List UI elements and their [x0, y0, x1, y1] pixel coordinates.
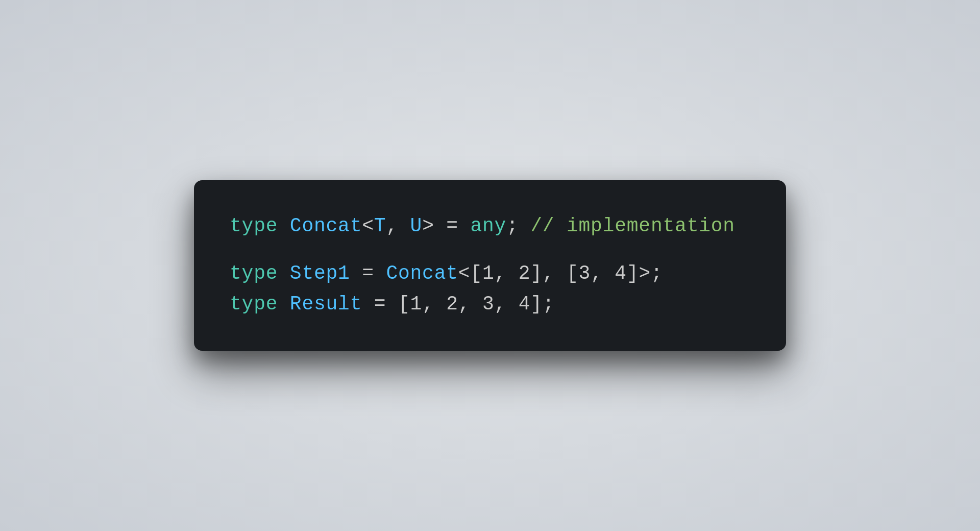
code-container: type Concat<T, U> = any; // implementati… [194, 180, 786, 351]
type-concat-ref: Concat [386, 262, 458, 284]
num-r2: 2 [446, 293, 458, 315]
generic-close-2: > [639, 262, 651, 284]
comma-1: , [386, 215, 398, 237]
bracket-open-2: [ [567, 262, 579, 284]
code-line-1: type Concat<T, U> = any; // implementati… [230, 211, 750, 242]
bracket-close-3: ] [530, 293, 543, 315]
comma-3a: , [422, 293, 434, 315]
space-1d [458, 215, 471, 237]
space-2d [506, 262, 519, 284]
num-1: 1 [482, 262, 495, 284]
comma-2c: , [591, 262, 603, 284]
space-3d [434, 293, 447, 315]
generic-open-2: < [458, 262, 471, 284]
semi-1: ; [506, 215, 519, 237]
space-1c [434, 215, 447, 237]
type-concat: Concat [290, 215, 362, 237]
semi-3: ; [543, 293, 555, 315]
eq-1: = [446, 215, 458, 237]
comma-2a: , [495, 262, 507, 284]
type-result: Result [290, 293, 362, 315]
space-3e [470, 293, 482, 315]
num-4: 4 [615, 262, 627, 284]
keyword-type-1: type [230, 215, 278, 237]
comma-3c: , [495, 293, 507, 315]
generic-open-1: < [362, 215, 374, 237]
bracket-close-2: ] [627, 262, 639, 284]
code-block: type Concat<T, U> = any; // implementati… [230, 211, 750, 320]
space-2f [603, 262, 615, 284]
space-3a [278, 293, 290, 315]
space-3b [362, 293, 374, 315]
space-2a [278, 262, 290, 284]
space-2b [350, 262, 362, 284]
eq-2: = [362, 262, 374, 284]
num-r3: 3 [482, 293, 495, 315]
line-spacer [230, 242, 750, 258]
eq-3: = [374, 293, 386, 315]
comma-3b: , [458, 293, 471, 315]
bracket-open-3: [ [398, 293, 410, 315]
space-1a [278, 215, 290, 237]
space-2e [554, 262, 567, 284]
space-1b [398, 215, 410, 237]
num-r1: 1 [410, 293, 423, 315]
semi-2: ; [651, 262, 663, 284]
space-1e [519, 215, 531, 237]
type-step1: Step1 [290, 262, 350, 284]
space-3c [386, 293, 398, 315]
num-2: 2 [519, 262, 531, 284]
param-U: U [410, 215, 423, 237]
bracket-open-1: [ [470, 262, 482, 284]
space-2c [374, 262, 386, 284]
code-line-2: type Step1 = Concat<[1, 2], [3, 4]>; [230, 258, 750, 289]
comment-implementation: // implementation [530, 215, 735, 237]
comma-2b: , [543, 262, 555, 284]
space-3f [506, 293, 519, 315]
keyword-type-3: type [230, 293, 278, 315]
num-3: 3 [579, 262, 591, 284]
code-line-3: type Result = [1, 2, 3, 4]; [230, 289, 750, 320]
keyword-type-2: type [230, 262, 278, 284]
keyword-any: any [470, 215, 506, 237]
bracket-close-1: ] [530, 262, 543, 284]
num-r4: 4 [519, 293, 531, 315]
param-T: T [374, 215, 386, 237]
generic-close-1: > [422, 215, 434, 237]
